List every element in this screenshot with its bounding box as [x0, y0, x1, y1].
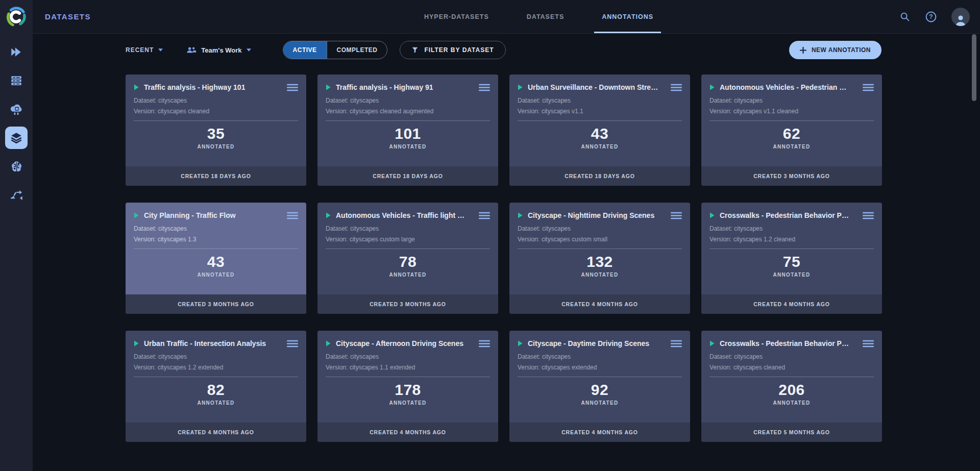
card-created: CREATED 4 MONTHS AGO: [753, 301, 830, 307]
card-menu-icon[interactable]: [671, 212, 682, 219]
card-created: CREATED 3 MONTHS AGO: [753, 173, 830, 179]
card-dataset: Dataset: cityscapes: [518, 353, 682, 360]
card-dataset: Dataset: cityscapes: [134, 353, 298, 360]
annotation-card[interactable]: Autonomous Vehicles - Pedestrian … Datas…: [701, 75, 882, 186]
annotation-card[interactable]: Urban Surveillance - Downtown Stre… Data…: [509, 75, 690, 186]
card-divider: [709, 120, 874, 121]
annotation-card[interactable]: Urban Traffic - Intersection Analysis Da…: [126, 331, 306, 442]
search-button[interactable]: [899, 11, 911, 22]
annotated-label: ANNOTATED: [518, 144, 682, 150]
card-menu-icon[interactable]: [287, 340, 298, 348]
card-body: Autonomous Vehicles - Pedestrian … Datas…: [701, 75, 882, 166]
card-title-row: Cityscape - Nighttime Driving Scenes: [518, 209, 682, 221]
sidebar-item-getting-started[interactable]: [5, 41, 28, 63]
card-footer: CREATED 18 DAYS AGO: [317, 166, 498, 186]
card-divider: [709, 249, 874, 249]
card-dataset: Dataset: cityscapes: [134, 97, 298, 104]
play-icon: [326, 340, 331, 346]
card-divider: [326, 377, 490, 377]
tab-hyper-datasets[interactable]: HYPER-DATASETS: [416, 0, 497, 33]
card-menu-icon[interactable]: [671, 340, 682, 348]
play-icon: [326, 212, 331, 218]
sidebar-item-models[interactable]: [5, 155, 28, 178]
card-title-row: City Planning - Traffic Flow: [134, 209, 298, 221]
card-menu-icon[interactable]: [863, 84, 874, 91]
annotated-label: ANNOTATED: [709, 400, 874, 406]
plus-icon: [800, 47, 806, 54]
help-button[interactable]: ?: [925, 11, 937, 23]
scope-dropdown[interactable]: Team's Work: [186, 46, 251, 54]
annotation-card[interactable]: Autonomous Vehicles - Traffic light … Da…: [317, 203, 498, 314]
tab-datasets[interactable]: DATASETS: [519, 0, 572, 33]
svg-text:?: ?: [929, 13, 933, 20]
card-menu-icon[interactable]: [671, 84, 682, 91]
card-title-row: Urban Surveillance - Downtown Stre…: [518, 81, 682, 93]
card-version: Version: cityscapes cleaned augmented: [326, 108, 490, 115]
annotation-card[interactable]: City Planning - Traffic Flow Dataset: ci…: [126, 203, 306, 314]
sidebar-item-workers[interactable]: [5, 69, 28, 92]
models-icon: [10, 160, 23, 173]
sidebar-item-autoscalers[interactable]: [5, 98, 28, 120]
card-menu-icon[interactable]: [287, 212, 298, 219]
card-version: Version: cityscapes v1.1: [518, 108, 682, 115]
card-title-row: Autonomous Vehicles - Pedestrian …: [709, 81, 874, 93]
sidebar-item-pipelines[interactable]: [5, 184, 28, 206]
card-menu-icon[interactable]: [479, 340, 490, 348]
filter-by-dataset-button[interactable]: FILTER BY DATASET: [400, 41, 505, 59]
annotation-card[interactable]: Crosswalks - Pedestrian Behavior P… Data…: [701, 203, 882, 314]
card-created: CREATED 18 DAYS AGO: [565, 173, 634, 179]
card-menu-icon[interactable]: [287, 84, 298, 91]
card-footer: CREATED 4 MONTHS AGO: [509, 294, 690, 314]
card-title-row: Traffic analysis - Highway 101: [134, 81, 298, 93]
card-menu-icon[interactable]: [863, 340, 874, 348]
filter-bar: RECENT Team's Work ACTIVE COMPLETED: [126, 41, 881, 59]
card-divider: [326, 249, 490, 249]
card-divider: [326, 120, 490, 121]
vertical-scrollbar-thumb[interactable]: [972, 34, 976, 101]
card-title: Traffic analysis - Highway 91: [336, 83, 474, 91]
card-created: CREATED 4 MONTHS AGO: [561, 301, 638, 307]
tab-annotations[interactable]: ANNOTATIONS: [594, 0, 661, 33]
annotated-count: 132: [518, 253, 682, 270]
card-divider: [518, 249, 682, 249]
card-menu-icon[interactable]: [479, 212, 490, 219]
annotation-card[interactable]: Cityscape - Nighttime Driving Scenes Dat…: [509, 203, 690, 314]
card-footer: CREATED 3 MONTHS AGO: [126, 294, 306, 314]
sort-dropdown[interactable]: RECENT: [126, 46, 163, 54]
annotated-count: 78: [326, 253, 490, 270]
play-icon: [518, 212, 523, 218]
card-title-row: Traffic analysis - Highway 91: [326, 81, 490, 93]
card-menu-icon[interactable]: [863, 212, 874, 219]
content: RECENT Team's Work ACTIVE COMPLETED: [33, 34, 980, 471]
new-annotation-button[interactable]: NEW ANNOTATION: [789, 41, 881, 59]
card-title-row: Urban Traffic - Intersection Analysis: [134, 337, 298, 350]
card-created: CREATED 4 MONTHS AGO: [561, 429, 638, 435]
annotation-card[interactable]: Traffic analysis - Highway 101 Dataset: …: [126, 75, 306, 186]
card-menu-icon[interactable]: [479, 84, 490, 91]
sidebar-item-datasets[interactable]: [5, 127, 28, 149]
annotated-count: 92: [518, 381, 682, 399]
annotated-count: 43: [134, 253, 298, 270]
play-icon: [709, 340, 715, 346]
annotation-card[interactable]: Cityscape - Afternoon Driving Scenes Dat…: [317, 331, 498, 442]
toggle-active[interactable]: ACTIVE: [283, 41, 327, 59]
annotated-count: 82: [134, 381, 298, 399]
user-avatar[interactable]: [951, 8, 970, 26]
team-icon: [186, 46, 197, 54]
annotated-label: ANNOTATED: [134, 400, 298, 406]
annotated-label: ANNOTATED: [709, 144, 874, 150]
annotated-label: ANNOTATED: [134, 144, 298, 150]
app-logo[interactable]: [0, 0, 33, 34]
card-created: CREATED 4 MONTHS AGO: [370, 429, 446, 435]
card-divider: [518, 377, 682, 377]
annotation-card[interactable]: Traffic analysis - Highway 91 Dataset: c…: [317, 75, 498, 186]
annotated-label: ANNOTATED: [134, 272, 298, 278]
card-dataset: Dataset: cityscapes: [326, 97, 490, 104]
status-toggle: ACTIVE COMPLETED: [283, 41, 388, 59]
card-body: Cityscape - Afternoon Driving Scenes Dat…: [317, 331, 498, 423]
annotation-card[interactable]: Crosswalks - Pedestrian Behavior P… Data…: [701, 331, 882, 442]
card-dataset: Dataset: cityscapes: [709, 353, 874, 360]
toggle-completed[interactable]: COMPLETED: [327, 41, 387, 59]
annotation-card[interactable]: Cityscape - Daytime Driving Scenes Datas…: [509, 331, 690, 442]
card-body: Cityscape - Daytime Driving Scenes Datas…: [509, 331, 690, 423]
